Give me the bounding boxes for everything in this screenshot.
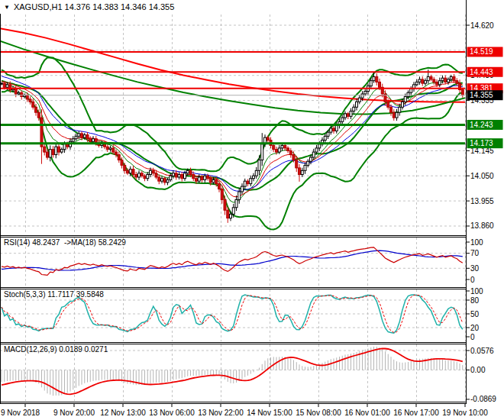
stoch-tick-label: 100 (470, 287, 483, 296)
time-tick-label: 13 Nov 22:00 (198, 409, 244, 417)
chart-window: 14.62014.43014.33514.14514.05013.95513.8… (0, 0, 504, 420)
stoch-tick-label: 0 (470, 333, 475, 341)
stoch-tick-label: 20 (470, 324, 480, 332)
time-tick-label: 14 Nov 15:00 (247, 409, 292, 417)
svg-text:14.519: 14.519 (470, 47, 493, 56)
price-tick-label: 13.860 (470, 221, 494, 230)
time-tick-label: 12 Nov 13:00 (100, 409, 146, 417)
rsi-tick-label: 100 (470, 238, 483, 247)
price-tick-label: 14.620 (470, 21, 494, 30)
symbol-dropdown-icon[interactable]: ▼ (4, 4, 10, 11)
svg-text:14.443: 14.443 (470, 68, 493, 76)
rsi-indicator-label: RSI(14) 48.2437 ->MA(18) 58.2429 (4, 238, 126, 247)
price-tick-label: 14.050 (470, 172, 494, 180)
stoch-indicator-label: Stoch(5,3,3) 11.7117 39.5848 (4, 290, 104, 299)
svg-text:14.243: 14.243 (470, 121, 493, 129)
chart-canvas[interactable]: 14.62014.43014.33514.14514.05013.95513.8… (0, 0, 504, 420)
chart-title: ▼XAGUSD,H1 14.376 14.383 14.346 14.355 (4, 2, 174, 11)
price-badge: 14.355 (467, 90, 503, 100)
price-badge: 14.173 (467, 138, 503, 148)
symbol-ohlc-title: XAGUSD,H1 14.376 14.383 14.346 14.355 (14, 2, 174, 11)
stoch-tick-label: 80 (470, 296, 480, 305)
chart-background (0, 0, 504, 420)
rsi-tick-label: 0 (470, 276, 475, 284)
rsi-tick-label: 30 (470, 264, 480, 273)
stoch-tick-label: 50 (470, 310, 480, 318)
time-tick-label: 9 Nov 2018 (1, 409, 40, 417)
time-tick-label: 9 Nov 20:00 (53, 409, 95, 417)
time-tick-label: 16 Nov 17:00 (393, 409, 439, 417)
price-badge: 14.443 (467, 67, 503, 77)
macd-indicator-label: MACD(12,26,9) 0.0189 0.0271 (4, 345, 108, 354)
price-badge: 14.243 (467, 120, 503, 130)
macd-tick-label: -0.0869 (470, 395, 496, 403)
time-tick-label: 19 Nov 10:00 (442, 409, 488, 417)
time-tick-label: 15 Nov 08:00 (296, 409, 341, 417)
price-badge: 14.519 (467, 47, 503, 57)
time-tick-label: 13 Nov 06:00 (149, 409, 195, 417)
svg-text:14.173: 14.173 (470, 139, 493, 147)
time-tick-label: 16 Nov 01:00 (344, 409, 390, 417)
svg-text:14.355: 14.355 (470, 91, 493, 99)
rsi-tick-label: 70 (470, 249, 480, 257)
macd-tick-label: 0.00 (470, 366, 486, 374)
price-tick-label: 13.955 (470, 197, 494, 205)
macd-tick-label: 0.0576 (470, 347, 494, 355)
